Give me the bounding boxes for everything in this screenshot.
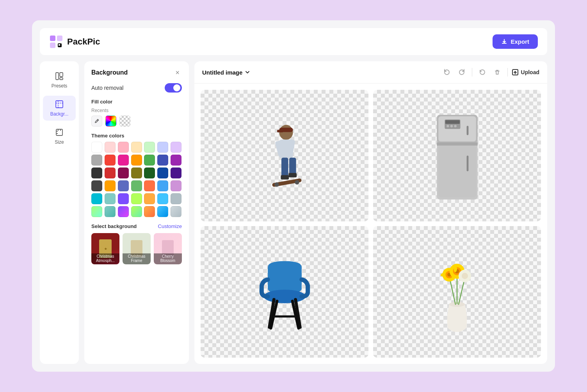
- logo-text: PackPic: [67, 37, 100, 47]
- theme-color-swatch[interactable]: [131, 142, 142, 153]
- canvas-cell-4[interactable]: [373, 226, 541, 358]
- theme-color-swatch[interactable]: [171, 142, 181, 153]
- theme-color-swatch[interactable]: [157, 155, 168, 166]
- logo: PackPic: [49, 35, 100, 49]
- theme-color-swatch[interactable]: [171, 193, 181, 204]
- image-title-text: Untitled image: [202, 69, 242, 76]
- theme-color-swatch[interactable]: [144, 167, 155, 178]
- flower-vase-illustration: [426, 248, 488, 336]
- sidebar-presets-label: Presets: [52, 83, 68, 89]
- theme-color-swatch[interactable]: [157, 167, 168, 178]
- theme-color-swatch[interactable]: [91, 193, 102, 204]
- svg-point-53: [462, 273, 468, 279]
- theme-gradient-swatch[interactable]: [131, 206, 142, 217]
- undo-button[interactable]: [441, 66, 453, 78]
- svg-rect-2: [50, 43, 55, 48]
- theme-color-swatch[interactable]: [91, 180, 102, 191]
- theme-color-swatch[interactable]: [131, 180, 142, 191]
- theme-color-swatch[interactable]: [118, 193, 129, 204]
- svg-point-34: [450, 125, 452, 127]
- bg-template-frame[interactable]: Christmas Frame: [123, 233, 151, 264]
- theme-gradient-swatch[interactable]: [118, 206, 129, 217]
- svg-rect-5: [56, 73, 59, 80]
- chair-illustration: [251, 252, 319, 332]
- svg-rect-17: [281, 175, 289, 179]
- svg-rect-1: [57, 36, 62, 41]
- theme-color-swatch[interactable]: [105, 193, 116, 204]
- theme-color-swatch[interactable]: [105, 142, 116, 153]
- theme-colors-label: Theme colors: [91, 133, 182, 139]
- theme-color-swatch[interactable]: [118, 155, 129, 166]
- canvas-cell-2[interactable]: [373, 90, 541, 221]
- theme-color-swatch[interactable]: [131, 155, 142, 166]
- theme-gradient-swatch[interactable]: [157, 206, 168, 217]
- upload-button[interactable]: Upload: [512, 69, 539, 76]
- svg-rect-8: [56, 101, 63, 108]
- fill-color-label: Fill color: [91, 99, 182, 105]
- theme-color-swatch[interactable]: [171, 180, 181, 191]
- theme-color-swatch[interactable]: [105, 155, 116, 166]
- left-sidebar: Presets Backgr... Size: [40, 61, 79, 364]
- theme-color-swatch[interactable]: [157, 142, 168, 153]
- redo-button[interactable]: [455, 66, 468, 78]
- theme-gradient-swatch[interactable]: [171, 206, 181, 217]
- canvas-area: Untitled image: [194, 61, 547, 364]
- theme-color-swatch[interactable]: [131, 167, 142, 178]
- background-icon: [55, 100, 64, 109]
- bg-template-christmas[interactable]: ★ Christmas Atmosph...: [91, 233, 119, 264]
- theme-color-swatch[interactable]: [144, 142, 155, 153]
- sidebar-size-label: Size: [55, 139, 64, 145]
- sidebar-item-presets[interactable]: Presets: [43, 68, 76, 93]
- sidebar-item-background[interactable]: Backgr...: [43, 96, 76, 121]
- auto-removal-toggle[interactable]: [165, 83, 182, 93]
- svg-rect-15: [281, 157, 288, 177]
- theme-color-swatch[interactable]: [171, 167, 181, 178]
- header: PackPic Export: [40, 28, 547, 55]
- refresh-button[interactable]: [476, 66, 489, 78]
- download-icon: [501, 39, 507, 45]
- refrigerator-illustration: [429, 112, 486, 200]
- svg-point-20: [274, 182, 279, 187]
- theme-gradient-swatch[interactable]: [105, 206, 116, 217]
- bg-templates: ★ Christmas Atmosph... Christmas Frame: [91, 233, 182, 264]
- theme-color-swatch[interactable]: [105, 167, 116, 178]
- export-button[interactable]: Export: [493, 34, 538, 49]
- theme-color-swatch[interactable]: [157, 180, 168, 191]
- select-background-section: Select background Customize ★ Christmas …: [91, 223, 182, 264]
- theme-color-swatch[interactable]: [105, 180, 116, 191]
- eyedropper-swatch[interactable]: [91, 116, 102, 127]
- svg-rect-23: [277, 130, 283, 132]
- theme-color-swatch[interactable]: [91, 167, 102, 178]
- theme-color-swatch[interactable]: [171, 155, 181, 166]
- theme-color-swatch[interactable]: [144, 180, 155, 191]
- theme-color-swatch[interactable]: [118, 167, 129, 178]
- theme-color-swatch[interactable]: [144, 193, 155, 204]
- svg-rect-28: [437, 143, 477, 146]
- theme-color-swatch[interactable]: [118, 180, 129, 191]
- theme-color-swatch[interactable]: [91, 142, 102, 153]
- background-panel: Background × Auto removal Fill color Rec…: [84, 61, 189, 364]
- customize-link[interactable]: Customize: [158, 223, 182, 229]
- canvas-cell-3[interactable]: [201, 226, 368, 358]
- theme-gradient-swatch[interactable]: [91, 206, 102, 217]
- theme-color-swatch[interactable]: [118, 142, 129, 153]
- theme-gradient-swatch[interactable]: [144, 206, 155, 217]
- transparent-swatch[interactable]: [119, 116, 130, 127]
- svg-rect-18: [288, 173, 297, 177]
- delete-button[interactable]: [491, 66, 503, 78]
- theme-color-swatch[interactable]: [144, 155, 155, 166]
- fill-color-section: Fill color Recents: [91, 99, 182, 127]
- theme-color-swatch[interactable]: [91, 155, 102, 166]
- canvas-cell-1[interactable]: [201, 90, 368, 221]
- bg-template-blossom[interactable]: Cherry Blossom: [154, 233, 182, 264]
- theme-color-swatch[interactable]: [157, 193, 168, 204]
- theme-colors-section: Theme colors: [91, 133, 182, 217]
- gradient-swatch[interactable]: [105, 116, 116, 127]
- panel-close-button[interactable]: ×: [173, 68, 182, 77]
- image-title-button[interactable]: Untitled image: [202, 69, 250, 76]
- auto-removal-label: Auto removal: [91, 85, 123, 91]
- sidebar-item-size[interactable]: Size: [43, 124, 76, 149]
- svg-point-36: [263, 290, 305, 303]
- bg-template-blossom-label: Cherry Blossom: [154, 253, 182, 264]
- theme-color-swatch[interactable]: [131, 193, 142, 204]
